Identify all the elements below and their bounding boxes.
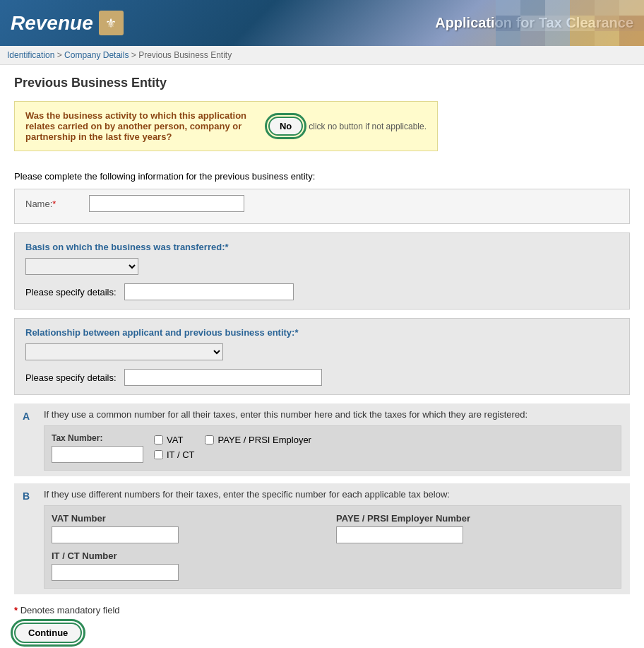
paye-number-field: PAYE / PRSI Employer Number <box>336 513 614 543</box>
itct-checkbox-item: IT / CT <box>154 449 194 460</box>
mandatory-text: Denotes mandatory field <box>20 605 120 615</box>
section-b-content: If they use different numbers for their … <box>44 489 621 589</box>
section-b-label: B <box>23 490 30 502</box>
svg-rect-0 <box>496 0 520 16</box>
form-instruction-text: Please complete the following informatio… <box>14 171 315 182</box>
svg-rect-11 <box>619 16 644 31</box>
vat-checkbox[interactable] <box>154 435 163 444</box>
notice-box: Was the business activity to which this … <box>14 101 438 151</box>
specify-label-2: Please specify details: <box>25 372 117 383</box>
paye-label: PAYE / PRSI Employer <box>217 435 311 445</box>
section-a-content: If they use a common number for all thei… <box>44 409 621 471</box>
svg-rect-15 <box>570 31 595 46</box>
svg-rect-8 <box>545 16 570 31</box>
svg-rect-5 <box>619 0 644 16</box>
section-b-text: If they use different numbers for their … <box>44 489 621 500</box>
checkbox-group: VAT IT / CT <box>154 435 194 460</box>
relationship-section: Relationship between applicant and previ… <box>14 318 630 395</box>
paye-checkbox[interactable] <box>205 435 214 444</box>
name-asterisk: * <box>52 199 56 209</box>
svg-rect-14 <box>545 31 570 46</box>
itct-number-field: IT / CT Number <box>52 550 329 581</box>
name-label: Name:* <box>25 199 82 209</box>
section-a: A If they use a common number for all th… <box>14 403 630 476</box>
breadcrumb-company-details[interactable]: Company Details <box>64 50 129 60</box>
svg-rect-9 <box>570 16 595 31</box>
header: Revenue ⚜ Application for Tax Clearance <box>0 0 644 46</box>
vat-number-input[interactable] <box>52 526 179 543</box>
itct-label: IT / CT <box>167 449 194 460</box>
svg-rect-16 <box>595 31 619 46</box>
form-instruction: Please complete the following informatio… <box>14 165 630 189</box>
relationship-label: Relationship between applicant and previ… <box>25 327 619 338</box>
basis-section: Basis on which the business was transfer… <box>14 232 630 310</box>
tax-row: Tax Number: VAT IT / CT <box>52 433 614 463</box>
continue-button[interactable]: Continue <box>14 623 82 643</box>
breadcrumb-current: Previous Business Entity <box>138 50 232 60</box>
name-row: Name:* <box>25 195 619 212</box>
vat-number-label: VAT Number <box>52 513 329 524</box>
mandatory-note: * Denotes mandatory field <box>14 605 630 615</box>
name-input[interactable] <box>89 195 244 212</box>
svg-rect-6 <box>496 16 520 31</box>
section-a-label: A <box>23 411 30 422</box>
b-grid: VAT Number PAYE / PRSI Employer Number I… <box>44 505 621 589</box>
specify-row-1: Please specify details: <box>25 283 619 300</box>
itct-checkbox[interactable] <box>154 450 163 459</box>
paye-checkbox-item: PAYE / PRSI Employer <box>205 435 311 445</box>
svg-rect-12 <box>496 31 520 46</box>
svg-rect-4 <box>595 0 619 16</box>
tax-number-input[interactable] <box>52 446 143 463</box>
logo: Revenue ⚜ <box>11 11 124 35</box>
breadcrumb-sep2: > <box>131 50 138 60</box>
paye-checkbox-group: PAYE / PRSI Employer <box>205 435 311 445</box>
relationship-row: Spouse Parent Sibling Other <box>25 343 619 360</box>
tax-number-label: Tax Number: <box>52 433 143 443</box>
vat-number-field: VAT Number <box>52 513 329 543</box>
svg-rect-13 <box>520 31 545 46</box>
paye-number-label: PAYE / PRSI Employer Number <box>336 513 614 524</box>
svg-rect-3 <box>570 0 595 16</box>
basis-label: Basis on which the business was transfer… <box>25 242 619 252</box>
vat-checkbox-item: VAT <box>154 435 194 445</box>
specify-input-1[interactable] <box>124 283 294 300</box>
mandatory-star: * <box>14 605 18 615</box>
page-title: Previous Business Entity <box>14 76 630 90</box>
header-decoration <box>496 0 644 46</box>
relationship-select[interactable]: Spouse Parent Sibling Other <box>25 343 223 360</box>
section-a-text: If they use a common number for all thei… <box>44 409 621 420</box>
no-button[interactable]: No <box>268 117 303 136</box>
specify-row-2: Please specify details: <box>25 369 619 386</box>
svg-rect-17 <box>619 31 644 46</box>
paye-number-input[interactable] <box>336 526 463 543</box>
svg-rect-2 <box>545 0 570 16</box>
itct-number-input[interactable] <box>52 564 179 581</box>
tax-number-col: Tax Number: <box>52 433 143 463</box>
svg-rect-1 <box>520 0 545 16</box>
svg-rect-10 <box>595 16 619 31</box>
basis-row: Sale Gift Inheritance Other <box>25 258 619 275</box>
breadcrumb-identification[interactable]: Identification <box>7 50 54 60</box>
vat-label: VAT <box>167 435 183 445</box>
itct-number-label: IT / CT Number <box>52 550 329 561</box>
breadcrumb: Identification > Company Details > Previ… <box>0 46 644 65</box>
specify-input-2[interactable] <box>124 369 322 386</box>
basis-select[interactable]: Sale Gift Inheritance Other <box>25 258 138 275</box>
logo-icon: ⚜ <box>99 11 124 35</box>
section-b: B If they use different numbers for thei… <box>14 482 630 594</box>
breadcrumb-sep1: > <box>57 50 64 60</box>
no-hint: click no button if not applicable. <box>309 122 427 131</box>
main-content: Previous Business Entity Was the busines… <box>0 65 644 648</box>
tax-table: Tax Number: VAT IT / CT <box>44 425 621 471</box>
name-section: Name:* <box>14 189 630 224</box>
notice-question: Was the business activity to which this … <box>25 110 258 142</box>
logo-text: Revenue <box>11 12 93 35</box>
specify-label-1: Please specify details: <box>25 287 117 298</box>
svg-rect-7 <box>520 16 545 31</box>
no-button-wrap: No click no button if not applicable. <box>268 117 427 136</box>
